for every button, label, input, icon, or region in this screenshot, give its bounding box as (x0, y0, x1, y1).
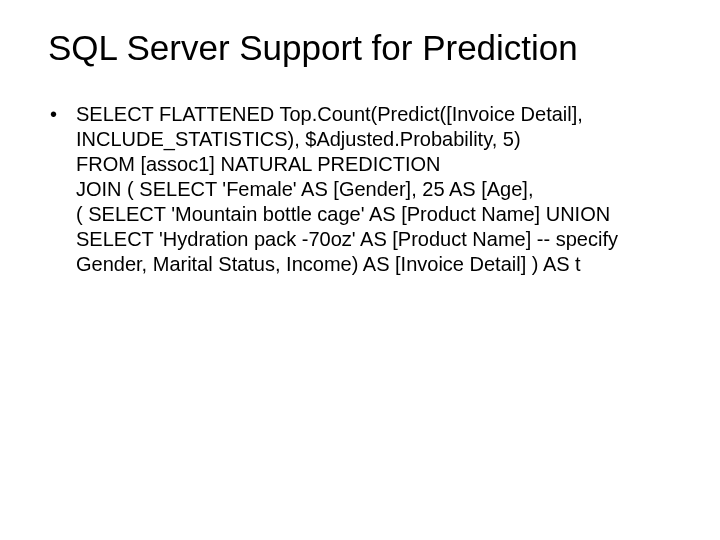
bullet-list: SELECT FLATTENED Top.Count(Predict([Invo… (48, 102, 672, 277)
slide: SQL Server Support for Prediction SELECT… (0, 0, 720, 540)
code-line: JOIN ( SELECT 'Female' AS [Gender], 25 A… (76, 177, 672, 202)
code-line: FROM [assoc1] NATURAL PREDICTION (76, 152, 672, 177)
code-line: SELECT 'Hydration pack -70oz' AS [Produc… (76, 227, 672, 252)
slide-body: SELECT FLATTENED Top.Count(Predict([Invo… (48, 102, 672, 277)
slide-title: SQL Server Support for Prediction (48, 28, 672, 68)
sql-code-block: SELECT FLATTENED Top.Count(Predict([Invo… (76, 102, 672, 277)
bullet-item: SELECT FLATTENED Top.Count(Predict([Invo… (48, 102, 672, 277)
code-line: Gender, Marital Status, Income) AS [Invo… (76, 252, 672, 277)
code-line: INCLUDE_STATISTICS), $Adjusted.Probabili… (76, 127, 672, 152)
code-line: SELECT FLATTENED Top.Count(Predict([Invo… (76, 102, 672, 127)
code-line: ( SELECT 'Mountain bottle cage' AS [Prod… (76, 202, 672, 227)
